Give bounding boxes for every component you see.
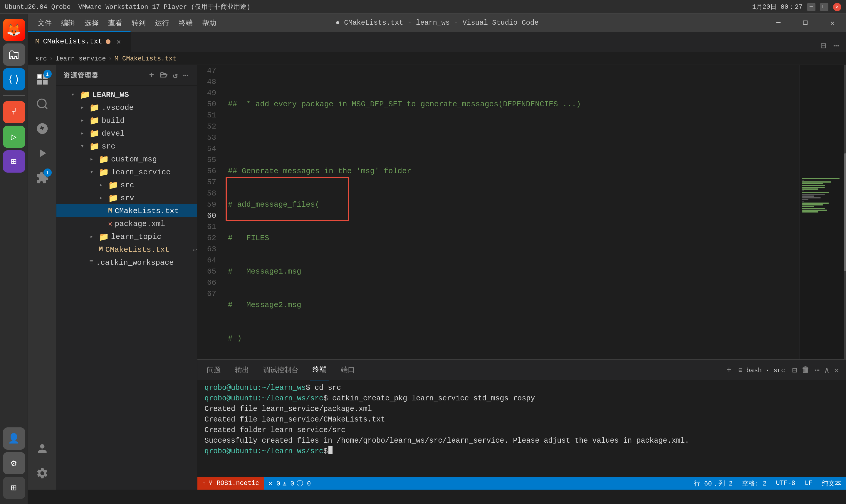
status-branch[interactable]: ⑂ ⑂ ROS1.noetic [197,477,264,490]
menu-view[interactable]: 查看 [103,17,127,29]
status-encoding-text: UTF-8 [776,480,795,487]
panel-tab-output[interactable]: 输出 [233,360,251,380]
user-icon[interactable]: 👤 [3,427,25,450]
vm-close-button[interactable]: ✕ [833,3,841,11]
tab-cmakelists[interactable]: M CMakeLists.txt ✕ [28,31,131,52]
code-editor[interactable]: 47 48 49 50 51 52 53 54 55 56 57 58 [197,65,846,359]
tree-build[interactable]: ▸ 📁 build [56,114,197,127]
terminal-content[interactable]: qrobo@ubuntu:~/learn_ws $ cd src qrobo@u… [197,380,846,477]
tree-devel[interactable]: ▸ 📁 devel [56,127,197,140]
tree-learn-service[interactable]: ▾ 📁 learn_service [56,165,197,178]
panel-add-terminal[interactable]: + [726,365,732,375]
tree-srv[interactable]: ▸ 📁 srv [56,192,197,204]
vscode-minimize-button[interactable]: ─ [765,14,792,32]
status-bar: ⑂ ⑂ ROS1.noetic ⊗ 0 ⚠ 0 ⓘ 0 行 60，列 [197,477,846,490]
tree-cmakelists-root[interactable]: M CMakeLists.txt ↩ [56,243,197,256]
terminal-line-6: Successfully created files in /home/qrob… [205,436,839,446]
menu-terminal[interactable]: 终端 [174,17,197,29]
activity-account[interactable] [30,437,54,460]
tree-custom-msg[interactable]: ▸ 📁 custom_msg [56,152,197,165]
run-icon[interactable]: ▷ [3,126,25,148]
activity-explorer[interactable]: 1 [30,68,54,91]
sidebar-more-icon[interactable]: ⋯ [182,69,190,81]
git-icon[interactable]: ⑂ [3,101,25,123]
panel-tab-terminal[interactable]: 终端 [310,360,329,380]
panel-close[interactable]: ✕ [834,365,839,375]
menu-goto[interactable]: 转到 [127,17,151,29]
panel-tab-actions: + ⊟ bash · src ⊟ 🗑 ⋯ ∧ ✕ [726,365,839,375]
terminal-line-4: Created file learn_service/CMakeLists.tx… [205,414,839,425]
panel-tab-debug-console[interactable]: 调试控制台 [261,360,301,380]
explorer-badge: 1 [43,70,51,78]
panel-more-actions[interactable]: ⋯ [814,365,819,375]
tree-vscode[interactable]: ▸ 📁 .vscode [56,101,197,114]
terminal-line-5: Created folder learn_service/src [205,425,839,436]
vscode-maximize-button[interactable]: □ [792,14,819,32]
tree-learn-topic[interactable]: ▸ 📁 learn_topic [56,230,197,243]
tab-close-button[interactable]: ✕ [114,37,123,47]
status-position[interactable]: 行 60，列 2 [689,477,737,490]
status-warnings-text: ⚠ 0 [283,479,294,487]
breadcrumb-cmakelists[interactable]: M CMakeLists.txt [114,55,177,62]
vm-time: 1月20日 00：27 [752,2,803,11]
status-spaces-text: 空格: 2 [742,479,767,488]
sidebar-refresh-icon[interactable]: ↺ [172,69,179,81]
line-numbers: 47 48 49 50 51 52 53 54 55 56 57 58 [197,65,226,359]
sidebar-new-folder-icon[interactable]: 🗁 [158,69,169,81]
vm-minimize-button[interactable]: ─ [807,3,815,11]
extensions-icon[interactable]: ⊞ [3,150,25,173]
panel: 问题 输出 调试控制台 终端 端 [197,359,846,477]
panel-kill-terminal[interactable]: 🗑 [801,365,810,375]
status-encoding[interactable]: UTF-8 [771,477,800,490]
menu-help[interactable]: 帮助 [197,17,221,29]
panel-tab-ports[interactable]: 端口 [338,360,357,380]
extensions-badge: 1 [43,168,51,177]
files-icon[interactable]: 🗂 [3,43,25,66]
tree-catkin-workspace[interactable]: ≡ .catkin_workspace [56,256,197,269]
menu-edit[interactable]: 编辑 [56,17,80,29]
vm-maximize-button[interactable]: □ [820,3,828,11]
ubuntu-taskbar: 🦊 🗂 ⟨⟩ ⑂ ▷ ⊞ 👤 ⚙ ⊞ [0,14,28,504]
panel-chevron-up[interactable]: ∧ [824,365,829,375]
tab-file-icon: M [35,38,39,46]
panel-split-terminal[interactable]: ⊟ [792,365,797,375]
tree-package-xml[interactable]: ✕ package.xml [56,217,197,230]
status-errors[interactable]: ⊗ 0 ⚠ 0 ⓘ 0 [264,477,316,490]
menu-file[interactable]: 文件 [33,17,56,29]
activity-source-control[interactable] [30,117,54,140]
sidebar-new-file-icon[interactable]: + [148,69,156,81]
editor-more-button[interactable]: ⋯ [831,40,841,52]
code-line-52: # Message1.msg [228,266,799,277]
status-line-ending-text: LF [805,480,812,487]
code-line-50: # add_message_files( [228,199,799,210]
activity-extensions[interactable]: 1 [30,166,54,190]
activity-settings[interactable] [30,462,54,485]
vscode-close-button[interactable]: ✕ [819,14,846,32]
file-tree: ▾ 📁 LEARN_WS ▸ 📁 .vscode ▸ 📁 buil [56,86,197,490]
firefox-icon[interactable]: 🦊 [3,19,25,41]
tree-src[interactable]: ▾ 📁 src [56,140,197,152]
terminal-line-7: qrobo@ubuntu:~/learn_ws/src $ [205,446,839,457]
tab-bar: M CMakeLists.txt ✕ ⊟ ⋯ [28,32,846,52]
menu-select[interactable]: 选择 [80,17,103,29]
tree-cmakelists-service[interactable]: M CMakeLists.txt [56,204,197,217]
status-language[interactable]: 纯文本 [817,477,846,490]
vscode-icon[interactable]: ⟨⟩ [3,68,25,90]
breadcrumb-learn-service[interactable]: learn_service [55,55,106,62]
code-content-area: ## * add every package in MSG_DEP_SET to… [226,65,799,359]
activity-search[interactable] [30,92,54,116]
panel-tab-problems[interactable]: 问题 [205,360,223,380]
breadcrumb-src[interactable]: src [35,55,47,62]
settings-icon[interactable]: ⚙ [3,452,25,474]
status-spaces[interactable]: 空格: 2 [737,477,771,490]
apps-icon[interactable]: ⊞ [3,477,25,499]
status-branch-name: ⑂ ROS1.noetic [209,480,259,487]
status-line-ending[interactable]: LF [800,477,817,490]
split-editor-button[interactable]: ⊟ [818,40,828,52]
menu-run[interactable]: 运行 [151,17,174,29]
vscode-title: ● CMakeLists.txt - learn_ws - Visual Stu… [335,19,539,27]
panel-tabs: 问题 输出 调试控制台 终端 端 [197,360,846,380]
tree-root-learn-ws[interactable]: ▾ 📁 LEARN_WS [56,88,197,101]
tree-src-inner[interactable]: ▸ 📁 src [56,178,197,192]
activity-run[interactable] [30,142,54,165]
